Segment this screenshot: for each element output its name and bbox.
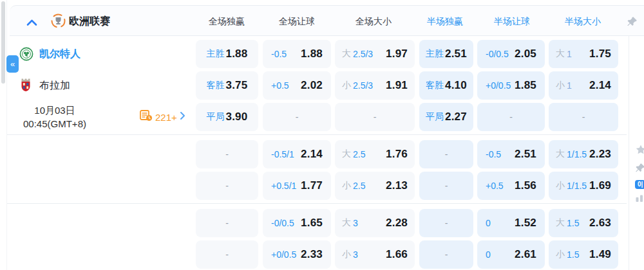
bar-chart-icon[interactable] xyxy=(635,194,644,205)
home-team-name[interactable]: 凯尔特人 xyxy=(39,48,80,61)
pin-icon[interactable] xyxy=(627,16,638,30)
odds-cell[interactable]: 主胜 2.51 xyxy=(419,40,473,68)
handicap-line: +0.5 xyxy=(486,181,504,191)
match-time: 00:45(GMT+8) xyxy=(7,117,102,130)
odds-cell-empty: - xyxy=(477,103,545,131)
odds-cell[interactable]: 0 1.52 xyxy=(477,209,545,237)
chevron-up-icon[interactable] xyxy=(26,17,37,29)
odds-cell[interactable]: 0 2.61 xyxy=(477,240,545,269)
odds-cell-empty: - xyxy=(419,240,473,269)
empty-odds: - xyxy=(509,112,513,122)
betting-odds-page: « 欧洲联赛 全场独赢 全场让球 全场大小 半场独赢 半场让球 半场大小 xyxy=(0,0,644,270)
odds-row-draw: 10月03日 00:45(GMT+8) 221+ xyxy=(7,103,644,131)
odds-value: 2.05 xyxy=(515,48,536,60)
collapse-sidebar-tab[interactable]: « xyxy=(6,55,19,73)
bet-label: 主胜 xyxy=(426,48,444,60)
odds-row: - +0.5/1 1.77 小2.5 2.13 - +0.5 1.56 xyxy=(7,172,644,200)
ou-side: 小 xyxy=(342,180,351,192)
markets-count-icon xyxy=(140,110,153,124)
odds-value: 2.02 xyxy=(301,79,323,92)
odds-value: 1.52 xyxy=(515,217,536,230)
away-team-name[interactable]: 布拉加 xyxy=(39,79,70,93)
odds-cell[interactable]: -0.5 1.88 xyxy=(263,40,331,68)
empty-label-cell xyxy=(7,240,196,269)
empty-odds: - xyxy=(225,249,229,260)
odds-cell[interactable]: +0.5/1 1.77 xyxy=(263,172,331,200)
handicap-line: 0 xyxy=(486,249,491,260)
odds-value: 1.88 xyxy=(226,48,248,60)
odds-value: 1.85 xyxy=(515,79,536,92)
odds-cell[interactable]: -0.5 2.51 xyxy=(477,140,545,168)
home-team-cell: 凯尔特人 xyxy=(7,40,196,68)
handicap-line: -0/0.5 xyxy=(271,218,294,228)
europa-league-trophy-icon xyxy=(51,14,66,31)
ou-side: 大 xyxy=(556,48,565,60)
odds-cell[interactable]: 小1/1.5 1.69 xyxy=(549,172,618,200)
odds-value: 1.76 xyxy=(386,148,408,161)
group-divider xyxy=(7,203,627,204)
odds-cell[interactable]: 客胜 4.10 xyxy=(419,71,473,100)
handicap-line: +0.5 xyxy=(271,80,289,91)
odds-value: 1.97 xyxy=(386,48,408,60)
odds-cell-empty: - xyxy=(196,140,258,168)
odds-cell[interactable]: 大2.5/3 1.97 xyxy=(335,40,415,68)
odds-cell[interactable]: +0.5 1.56 xyxy=(477,172,545,200)
ou-side: 小 xyxy=(556,249,565,260)
odds-value: 2.51 xyxy=(515,148,536,161)
ou-side: 小 xyxy=(342,249,351,260)
handicap-line: -0/0.5 xyxy=(486,49,509,59)
odds-value: 2.61 xyxy=(515,248,536,261)
odds-cell[interactable]: 大3 2.28 xyxy=(335,209,415,237)
odds-cell[interactable]: 大2.5 1.76 xyxy=(335,140,415,168)
odds-cell[interactable]: +0/0.5 1.85 xyxy=(477,71,545,100)
odds-cell[interactable]: 大1 1.75 xyxy=(549,40,618,68)
odds-cell[interactable]: 小3 1.66 xyxy=(335,240,415,269)
odds-cell[interactable]: 大1/1.5 2.23 xyxy=(549,140,618,168)
more-markets-link[interactable]: 221+ xyxy=(140,110,185,124)
odds-cell[interactable]: +0.5 2.02 xyxy=(263,71,331,100)
column-header-halftime-1x2: 半场独赢 xyxy=(427,6,463,37)
odds-cell[interactable]: 小2.5/3 1.91 xyxy=(335,71,415,100)
celtic-club-badge-icon xyxy=(19,46,33,62)
odds-cell[interactable]: 大1.5 2.63 xyxy=(549,209,618,237)
odds-value: 1.49 xyxy=(589,248,611,261)
odds-row-home: 凯尔特人 主胜 1.88 -0.5 1.88 大2.5/3 1.97 主胜 2.… xyxy=(7,40,644,68)
odds-value: 1.66 xyxy=(386,248,408,261)
bet-label: 客胜 xyxy=(426,80,444,91)
odds-cell[interactable]: 小1.5 1.49 xyxy=(549,240,618,269)
odds-cell-empty: - xyxy=(419,209,473,237)
scrollbar[interactable] xyxy=(1,1,5,84)
odds-cell[interactable]: 小1 2.14 xyxy=(549,71,618,100)
ou-side: 小 xyxy=(342,80,351,91)
ou-line: 2.5/3 xyxy=(353,49,373,59)
odds-cell[interactable]: -0/0.5 1.65 xyxy=(263,209,331,237)
empty-label-cell xyxy=(7,172,196,200)
ou-line: 3 xyxy=(353,218,358,228)
score-badge[interactable]: 0| xyxy=(635,180,644,189)
odds-cell[interactable]: 主胜 1.88 xyxy=(196,40,258,68)
empty-odds: - xyxy=(582,112,585,122)
odds-cell[interactable]: 客胜 3.75 xyxy=(196,71,258,100)
odds-cell[interactable]: 平局 2.27 xyxy=(419,103,473,131)
odds-cell[interactable]: -0.5/1 2.14 xyxy=(263,140,331,168)
pin-icon[interactable] xyxy=(635,163,644,176)
odds-cell[interactable]: 平局 3.90 xyxy=(196,103,258,131)
empty-label-cell xyxy=(7,209,196,237)
odds-value: 1.56 xyxy=(515,179,536,192)
handicap-line: 0 xyxy=(486,218,491,228)
odds-cell-empty: - xyxy=(549,103,618,131)
odds-cell[interactable]: -0/0.5 2.05 xyxy=(477,40,545,68)
column-header-halftime-overunder: 半场大小 xyxy=(565,6,601,37)
odds-value: 1.88 xyxy=(301,48,323,60)
odds-value: 4.10 xyxy=(445,79,467,92)
odds-cell-empty: - xyxy=(196,240,258,269)
odds-row: - -0/0.5 1.65 大3 2.28 - 0 1.52 xyxy=(7,209,644,237)
away-team-cell: 布拉加 xyxy=(7,71,196,100)
odds-value: 3.90 xyxy=(226,111,248,123)
empty-odds: - xyxy=(445,181,448,191)
odds-cell[interactable]: +0/0.5 2.33 xyxy=(263,240,331,269)
odds-value: 2.51 xyxy=(445,48,467,60)
odds-value: 2.33 xyxy=(301,248,323,261)
star-favorite-icon[interactable] xyxy=(635,144,644,158)
odds-cell[interactable]: 小2.5 2.13 xyxy=(335,172,415,200)
